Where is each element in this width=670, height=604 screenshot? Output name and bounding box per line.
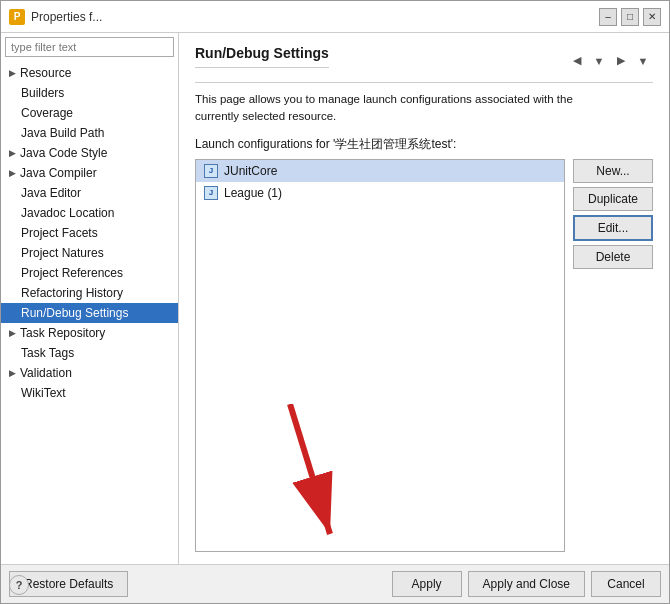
sidebar-item-label: Java Editor	[21, 186, 81, 200]
close-button[interactable]: ✕	[643, 8, 661, 26]
config-list: JJUnitCoreJLeague (1)	[195, 159, 565, 553]
filter-input[interactable]	[5, 37, 174, 57]
sidebar-item-label: Task Repository	[20, 326, 105, 340]
expand-arrow-icon: ▶	[9, 368, 16, 378]
maximize-button[interactable]: □	[621, 8, 639, 26]
main-panel: Run/Debug Settings ◀ ▼ ▶ ▼ This page all…	[179, 33, 669, 564]
sidebar-item-project-natures[interactable]: Project Natures	[1, 243, 178, 263]
sidebar-item-coverage[interactable]: Coverage	[1, 103, 178, 123]
delete-button[interactable]: Delete	[573, 245, 653, 269]
tree-area: ▶ResourceBuildersCoverageJava Build Path…	[1, 61, 178, 564]
sidebar-item-label: Refactoring History	[21, 286, 123, 300]
new-button[interactable]: New...	[573, 159, 653, 183]
cancel-button[interactable]: Cancel	[591, 571, 661, 597]
main-panel-inner: Run/Debug Settings ◀ ▼ ▶ ▼ This page all…	[195, 45, 653, 552]
panel-title: Run/Debug Settings	[195, 45, 329, 68]
nav-forward-button[interactable]: ▶	[611, 51, 631, 71]
sidebar-item-label: Resource	[20, 66, 71, 80]
nav-back-button[interactable]: ◀	[567, 51, 587, 71]
bottom-bar: ? Restore Defaults Apply Apply and Close…	[1, 564, 669, 603]
apply-and-close-button[interactable]: Apply and Close	[468, 571, 585, 597]
config-item-label: JUnitCore	[224, 164, 277, 178]
config-item-label: League (1)	[224, 186, 282, 200]
sidebar-item-refactoring-history[interactable]: Refactoring History	[1, 283, 178, 303]
sidebar-item-label: WikiText	[21, 386, 66, 400]
sidebar-item-task-repository[interactable]: ▶Task Repository	[1, 323, 178, 343]
sidebar-item-run-debug-settings[interactable]: Run/Debug Settings	[1, 303, 178, 323]
title-controls: – □ ✕	[599, 8, 661, 26]
expand-arrow-icon: ▶	[9, 328, 16, 338]
sidebar-item-project-references[interactable]: Project References	[1, 263, 178, 283]
window-icon: P	[9, 9, 25, 25]
apply-button[interactable]: Apply	[392, 571, 462, 597]
sidebar-item-builders[interactable]: Builders	[1, 83, 178, 103]
sidebar-item-java-build-path[interactable]: Java Build Path	[1, 123, 178, 143]
properties-window: P Properties f... – □ ✕ ▶ResourceBuilder…	[0, 0, 670, 604]
nav-dropdown-button[interactable]: ▼	[589, 51, 609, 71]
nav-menu-button[interactable]: ▼	[633, 51, 653, 71]
description-text: This page allows you to manage launch co…	[195, 91, 653, 126]
config-buttons: New... Duplicate Edit... Delete	[573, 159, 653, 553]
config-area: JJUnitCoreJLeague (1) New... Duplicate E…	[195, 159, 653, 553]
config-item-league[interactable]: JLeague (1)	[196, 182, 564, 204]
sidebar-item-label: Project Facets	[21, 226, 98, 240]
config-item-junit-core[interactable]: JJUnitCore	[196, 160, 564, 182]
sidebar-item-task-tags[interactable]: Task Tags	[1, 343, 178, 363]
sidebar-item-label: Task Tags	[21, 346, 74, 360]
sidebar-item-java-editor[interactable]: Java Editor	[1, 183, 178, 203]
edit-button[interactable]: Edit...	[573, 215, 653, 241]
sidebar-item-resource[interactable]: ▶Resource	[1, 63, 178, 83]
expand-arrow-icon: ▶	[9, 148, 16, 158]
sidebar-item-label: Builders	[21, 86, 64, 100]
sidebar-item-label: Java Build Path	[21, 126, 104, 140]
minimize-button[interactable]: –	[599, 8, 617, 26]
sidebar-item-label: Project Natures	[21, 246, 104, 260]
sidebar-item-label: Run/Debug Settings	[21, 306, 128, 320]
duplicate-button[interactable]: Duplicate	[573, 187, 653, 211]
help-button[interactable]: ?	[9, 575, 29, 595]
panel-nav-row: ◀ ▼ ▶ ▼	[567, 51, 653, 71]
sidebar-item-label: Coverage	[21, 106, 73, 120]
sidebar-item-label: Javadoc Location	[21, 206, 114, 220]
expand-arrow-icon: ▶	[9, 68, 16, 78]
sidebar-item-label: Project References	[21, 266, 123, 280]
panel-header-row: Run/Debug Settings ◀ ▼ ▶ ▼	[195, 45, 653, 83]
sidebar: ▶ResourceBuildersCoverageJava Build Path…	[1, 33, 179, 564]
config-item-icon: J	[204, 164, 218, 178]
title-bar: P Properties f... – □ ✕	[1, 1, 669, 33]
title-bar-left: P Properties f...	[9, 9, 102, 25]
expand-arrow-icon: ▶	[9, 168, 16, 178]
sidebar-item-label: Java Compiler	[20, 166, 97, 180]
config-item-icon: J	[204, 186, 218, 200]
launch-label: Launch configurations for '学生社团管理系统test'…	[195, 136, 653, 153]
sidebar-item-wikitext[interactable]: WikiText	[1, 383, 178, 403]
sidebar-item-java-code-style[interactable]: ▶Java Code Style	[1, 143, 178, 163]
sidebar-item-label: Java Code Style	[20, 146, 107, 160]
content-area: ▶ResourceBuildersCoverageJava Build Path…	[1, 33, 669, 564]
window-title: Properties f...	[31, 10, 102, 24]
sidebar-item-javadoc-location[interactable]: Javadoc Location	[1, 203, 178, 223]
sidebar-item-java-compiler[interactable]: ▶Java Compiler	[1, 163, 178, 183]
sidebar-item-label: Validation	[20, 366, 72, 380]
sidebar-item-project-facets[interactable]: Project Facets	[1, 223, 178, 243]
sidebar-item-validation[interactable]: ▶Validation	[1, 363, 178, 383]
